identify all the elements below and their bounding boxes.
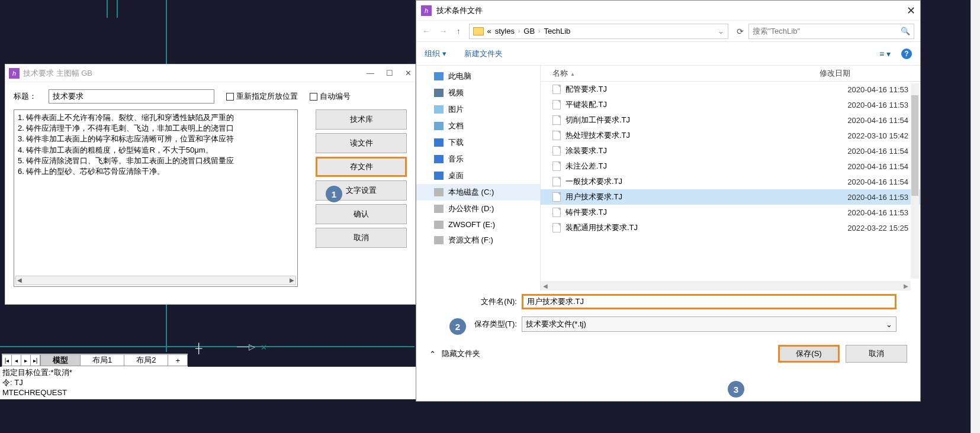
- reposition-checkbox[interactable]: 重新指定所放位置: [226, 91, 298, 102]
- file-row[interactable]: 配管要求.TJ2020-04-16 11:53: [541, 82, 920, 97]
- bc-seg[interactable]: TechLib: [544, 27, 570, 35]
- scroll-left-icon[interactable]: ◀: [17, 276, 22, 285]
- organize-menu[interactable]: 组织 ▾: [425, 49, 446, 59]
- file-name: 用户技术要求.TJ: [565, 192, 803, 202]
- tree-drive-f[interactable]: 资源文档 (F:): [416, 232, 540, 248]
- nav-fwd-icon[interactable]: →: [439, 27, 447, 35]
- maximize-icon[interactable]: ☐: [386, 69, 393, 77]
- file-name: 装配通用技术要求.TJ: [565, 222, 803, 233]
- file-date: 2020-04-16 11:54: [808, 162, 908, 171]
- tab-layout2[interactable]: 布局2: [124, 354, 168, 366]
- caret-up-icon[interactable]: ⌃: [429, 350, 436, 358]
- search-input[interactable]: 🔍: [748, 24, 914, 39]
- tab-first-icon[interactable]: |◂: [2, 355, 12, 366]
- right-scrollbar[interactable]: [971, 0, 980, 433]
- file-row[interactable]: 铸件要求.TJ2020-04-16 11:53: [541, 205, 920, 220]
- file-icon: [552, 146, 561, 156]
- tab-prev-icon[interactable]: ◂: [12, 355, 21, 366]
- file-date: 2020-04-16 11:54: [808, 147, 908, 156]
- col-name[interactable]: 名称▲: [552, 68, 820, 79]
- tree-this-pc[interactable]: 此电脑: [416, 68, 540, 85]
- hide-folders-link[interactable]: 隐藏文件夹: [442, 348, 480, 359]
- file-row[interactable]: 装配通用技术要求.TJ2022-03-22 15:25: [541, 220, 920, 235]
- tab-last-icon[interactable]: ▸|: [31, 355, 40, 366]
- dialog-titlebar[interactable]: h 技术条件文件 ✕: [416, 1, 920, 21]
- annotation-badge-3: 3: [728, 381, 744, 398]
- chevron-down-icon[interactable]: ⌄: [718, 27, 724, 35]
- new-folder-button[interactable]: 新建文件夹: [464, 49, 503, 59]
- breadcrumb[interactable]: « styles › GB › TechLib ⌄: [469, 24, 729, 39]
- tree-video[interactable]: 视频: [416, 85, 540, 101]
- folder-icon: [473, 27, 484, 35]
- chk-label: 重新指定所放位置: [236, 91, 298, 102]
- v-scrollbar[interactable]: [911, 83, 919, 279]
- search-field[interactable]: [753, 27, 901, 35]
- tab-next-icon[interactable]: ▸: [21, 355, 31, 366]
- filename-input[interactable]: [522, 294, 897, 309]
- bc-seg[interactable]: GB: [523, 27, 535, 35]
- col-date[interactable]: 修改日期: [820, 68, 908, 79]
- dialog-titlebar[interactable]: h 技术要求 主图幅 GB — ☐ ✕: [5, 64, 415, 82]
- search-icon[interactable]: 🔍: [901, 27, 910, 35]
- save-file-button[interactable]: 存文件: [316, 157, 407, 177]
- file-name: 配管要求.TJ: [565, 84, 803, 95]
- cancel-button[interactable]: 取消: [316, 228, 407, 248]
- req-line: 3. 铸件非加工表面上的铸字和标志应清晰可辨，位置和字体应符: [18, 134, 294, 144]
- file-row[interactable]: 一般技术要求.TJ2020-04-16 11:54: [541, 174, 920, 189]
- document-icon: [434, 122, 444, 130]
- tree-pictures[interactable]: 图片: [416, 101, 540, 118]
- tree-music[interactable]: 音乐: [416, 151, 540, 167]
- file-row[interactable]: 切削加工件要求.TJ2020-04-16 11:54: [541, 112, 920, 128]
- drive-icon: [434, 188, 444, 196]
- chevron-down-icon: ⌄: [886, 320, 892, 329]
- file-row[interactable]: 用户技术要求.TJ2020-04-16 11:53: [541, 189, 920, 205]
- file-row[interactable]: 涂装要求.TJ2020-04-16 11:54: [541, 143, 920, 159]
- file-row[interactable]: 热处理技术要求.TJ2022-03-10 15:42: [541, 128, 920, 143]
- arrow-icon: ──▷: [237, 342, 255, 351]
- filetype-label: 保存类型(T):: [464, 319, 517, 329]
- refresh-icon[interactable]: ⟳: [737, 27, 744, 36]
- file-icon: [552, 100, 561, 109]
- file-icon: [552, 192, 561, 202]
- h-scrollbar[interactable]: ◀▶: [541, 281, 911, 290]
- ok-button[interactable]: 确认: [316, 204, 407, 224]
- tab-model[interactable]: 模型: [41, 354, 81, 366]
- tree-drive-d[interactable]: 办公软件 (D:): [416, 201, 540, 217]
- nav-back-icon[interactable]: ←: [422, 27, 430, 35]
- file-row[interactable]: 未注公差.TJ2020-04-16 11:54: [541, 159, 920, 174]
- folder-tree[interactable]: 此电脑 视频 图片 文档 下载 音乐 桌面 本地磁盘 (C:) 办公软件 (D:…: [416, 66, 541, 290]
- minimize-icon[interactable]: —: [367, 69, 374, 77]
- app-logo-icon: h: [421, 5, 432, 16]
- file-name: 平键装配.TJ: [565, 99, 803, 110]
- save-button[interactable]: 保存(S): [778, 345, 840, 363]
- save-file-dialog: h 技术条件文件 ✕ ← → ↑ « styles › GB › TechLib…: [416, 0, 921, 402]
- scroll-right-icon[interactable]: ▶: [290, 276, 294, 285]
- tab-add[interactable]: +: [168, 354, 188, 366]
- requirements-textarea[interactable]: 1. 铸件表面上不允许有冷隔、裂纹、缩孔和穿透性缺陷及严重的2. 铸件应清理干净…: [14, 109, 298, 287]
- tree-documents[interactable]: 文档: [416, 118, 540, 134]
- music-icon: [434, 155, 444, 163]
- cancel-button[interactable]: 取消: [846, 345, 907, 363]
- tree-drive-e[interactable]: ZWSOFT (E:): [416, 217, 540, 232]
- tree-drive-c[interactable]: 本地磁盘 (C:): [416, 184, 540, 201]
- filetype-combo[interactable]: 技术要求文件(*.tj)⌄: [522, 316, 897, 332]
- bc-seg[interactable]: styles: [495, 27, 515, 35]
- scroll-left-icon[interactable]: ◀: [543, 283, 548, 289]
- autonumber-checkbox[interactable]: 自动编号: [310, 91, 351, 102]
- tree-downloads[interactable]: 下载: [416, 134, 540, 151]
- read-file-button[interactable]: 读文件: [316, 133, 407, 153]
- help-icon[interactable]: ?: [901, 49, 912, 59]
- view-mode-icon[interactable]: ≡ ▾: [879, 49, 891, 59]
- cmd-line: 令: TJ: [2, 378, 413, 388]
- tree-desktop[interactable]: 桌面: [416, 167, 540, 184]
- close-icon[interactable]: ✕: [907, 4, 915, 17]
- h-scrollbar[interactable]: ◀▶: [15, 276, 296, 285]
- nav-up-icon[interactable]: ↑: [457, 27, 461, 35]
- title-input[interactable]: [49, 89, 214, 104]
- tab-layout1[interactable]: 布局1: [81, 354, 124, 366]
- scroll-right-icon[interactable]: ▶: [904, 283, 908, 289]
- scroll-thumb[interactable]: [911, 95, 918, 196]
- tech-lib-button[interactable]: 技术库: [316, 109, 407, 130]
- file-row[interactable]: 平键装配.TJ2020-04-16 11:53: [541, 97, 920, 112]
- close-icon[interactable]: ✕: [405, 69, 412, 77]
